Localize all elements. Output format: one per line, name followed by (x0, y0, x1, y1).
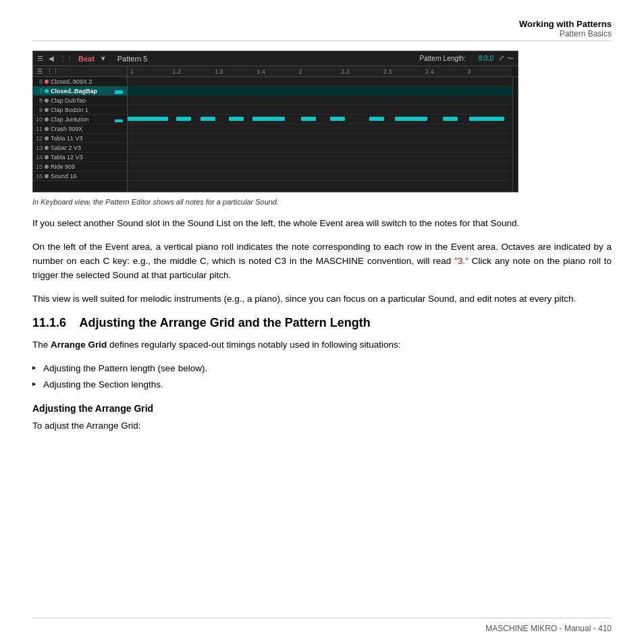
daw-pattern-length-label: Pattern Length: (420, 55, 466, 62)
daw-grid-row-15 (128, 162, 512, 171)
note-block-10-1 (128, 117, 168, 121)
daw-grid-row-7 (128, 86, 512, 96)
body-paragraph-2: On the left of the Event area, a vertica… (32, 240, 612, 283)
sub-paragraph: To adjust the Arrange Grid: (32, 419, 612, 433)
daw-grid-row-14 (128, 153, 512, 162)
daw-play-icon: ◀ (49, 55, 54, 62)
header-divider (32, 41, 612, 41)
daw-grid-row-8 (128, 96, 512, 105)
footer-text: MASCHINE MIKRO - Manual - 410 (485, 624, 612, 633)
daw-track-8: 8 Clap DubTao (33, 96, 127, 105)
daw-grid-small-icon: ⋮⋮ (47, 68, 59, 75)
main-content: ☰ ◀ ⋮⋮ Beat ▼ Pattern 5 Pattern Length: … (32, 51, 612, 443)
bullet-item-2: Adjusting the Section lengths. (32, 378, 612, 392)
note-block-10-3 (200, 117, 215, 121)
sub-heading: Adjusting the Arrange Grid (32, 403, 612, 414)
daw-marker-24: 2.4 (425, 68, 467, 75)
daw-marker-23: 2.3 (383, 68, 425, 75)
arrange-grid-paragraph: The Arrange Grid defines regularly space… (32, 338, 612, 352)
note-block-10-2 (176, 117, 191, 121)
daw-track-list: 6 Closed..909X 2 7 Closed..BagBap (33, 77, 128, 192)
daw-menu-icon: ☰ (37, 55, 43, 62)
daw-track-9: 9 Clap Bodzin 1 (33, 105, 127, 115)
daw-track-14: 14 Tabla 12 V3 (33, 153, 127, 162)
arrange-grid-bold: Arrange Grid (51, 340, 107, 350)
daw-marker-12: 1.2 (172, 68, 214, 75)
body-paragraph-1: If you select another Sound slot in the … (32, 217, 612, 231)
daw-grid-row-16 (128, 171, 512, 181)
daw-track-6: 6 Closed..909X 2 (33, 77, 127, 86)
daw-track-10: 10 Clap Junkzion (33, 115, 127, 124)
note-block-10-4 (229, 117, 244, 121)
section-number: 11.1.6 (32, 316, 66, 329)
daw-ui: ☰ ◀ ⋮⋮ Beat ▼ Pattern 5 Pattern Length: … (32, 51, 518, 192)
note-block-10-8 (369, 117, 384, 121)
daw-grid-row-11 (128, 124, 512, 134)
inline-red-3: "3." (454, 256, 468, 266)
page-header: Working with Patterns Pattern Basics (519, 19, 612, 38)
daw-pattern-label: Pattern 5 (117, 55, 148, 63)
note-block-10-5 (252, 117, 285, 121)
note-block-10-9 (395, 117, 427, 121)
daw-track-16: 16 Sound 16 (33, 171, 127, 181)
daw-grid-icon: ⋮⋮ (59, 55, 73, 62)
bullet-item-1: Adjusting the Pattern length (see below)… (32, 362, 612, 376)
daw-dropdown-arrow: ▼ (100, 55, 107, 62)
body-paragraph-3: This view is well suited for melodic ins… (32, 292, 612, 306)
daw-track-13: 13 Sabar 2 V3 (33, 143, 127, 153)
daw-grid-row-9 (128, 105, 512, 115)
screenshot-caption: In Keyboard view, the Pattern Editor sho… (32, 198, 612, 206)
daw-grid-row-10 (128, 115, 512, 124)
daw-marker-13: 1.3 (215, 68, 257, 75)
daw-list-icon: ☰ (37, 68, 43, 75)
daw-track-15: 15 Ride 909 (33, 162, 127, 171)
header-subtitle: Pattern Basics (519, 29, 612, 38)
note-block-10-6 (301, 117, 316, 121)
daw-marker-2: 2 (299, 68, 341, 75)
daw-marker-1: 1 (130, 68, 172, 75)
daw-grid-row-13 (128, 143, 512, 153)
daw-marker-14: 1.4 (257, 68, 298, 75)
daw-grid (128, 77, 512, 192)
daw-marker-3: 3 (468, 68, 510, 75)
daw-pattern-length-value: 8:0:0 (479, 55, 493, 62)
footer-divider (32, 618, 612, 618)
note-block-10-10 (443, 117, 458, 121)
note-block-10-11 (469, 117, 504, 121)
daw-topbar: ☰ ◀ ⋮⋮ Beat ▼ Pattern 5 Pattern Length: … (33, 51, 518, 66)
daw-track-12: 12 Tabla 11 V3 (33, 134, 127, 143)
daw-beat-label: Beat (78, 55, 95, 63)
bullet-list: Adjusting the Pattern length (see below)… (32, 362, 612, 393)
daw-body: 6 Closed..909X 2 7 Closed..BagBap (33, 77, 518, 192)
header-title: Working with Patterns (519, 19, 612, 29)
daw-track-7: 7 Closed..BagBap (33, 86, 127, 96)
daw-resize-icon: ⤢ (499, 54, 504, 63)
daw-track-11: 11 Crash 909X (33, 124, 127, 134)
daw-icons: ⤢ 〜 (499, 54, 514, 63)
daw-scrollbar[interactable] (512, 77, 518, 192)
daw-grid-row-12 (128, 134, 512, 143)
daw-marker-22: 2.2 (341, 68, 383, 75)
daw-waveform-icon: 〜 (507, 54, 514, 63)
section-heading: 11.1.6 Adjusting the Arrange Grid and th… (32, 316, 612, 330)
screenshot-container: ☰ ◀ ⋮⋮ Beat ▼ Pattern 5 Pattern Length: … (32, 51, 612, 192)
note-block-10-7 (330, 117, 345, 121)
section-title: Adjusting the Arrange Grid and the Patte… (79, 316, 370, 329)
daw-grid-row-6 (128, 77, 512, 86)
